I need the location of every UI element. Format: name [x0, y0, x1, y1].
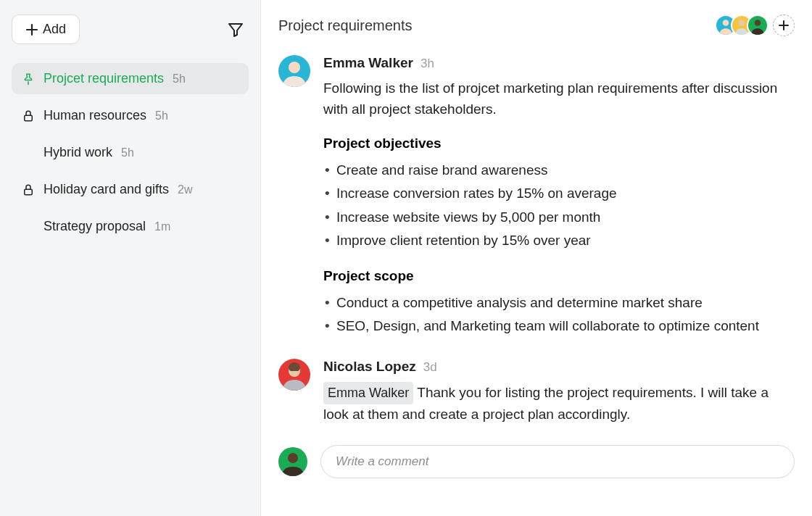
sidebar: Add Projcet requirements 5h Human resour…: [0, 0, 261, 516]
post-time: 3d: [423, 360, 437, 375]
page-title: Project requirements: [278, 17, 413, 34]
sidebar-item-label: Holiday card and gifts: [44, 182, 169, 197]
comment-row: [278, 445, 795, 478]
add-button-label: Add: [43, 22, 66, 37]
comment-input-wrap[interactable]: [320, 445, 795, 478]
post-list: Conduct a competitive analysis and deter…: [323, 291, 795, 338]
sidebar-item-label: Human resources: [44, 108, 146, 123]
sidebar-item-strategy-proposal[interactable]: Strategy proposal 1m: [12, 211, 249, 242]
content-scroll: Emma Walker 3h Following is the list of …: [278, 55, 795, 502]
sidebar-item-human-resources[interactable]: Human resources 5h: [12, 100, 249, 131]
svg-point-6: [755, 20, 761, 26]
post-body: Nicolas Lopez 3d Emma Walker Thank you f…: [323, 359, 795, 425]
post-text: Following is the list of projcet marketi…: [323, 78, 795, 120]
list-item: Improve client retention by 15% over yea…: [336, 229, 795, 252]
sidebar-item-time: 2w: [178, 183, 192, 196]
page-header: Project requirements: [278, 14, 795, 36]
avatar-stack: [715, 14, 768, 36]
svg-point-5: [739, 20, 745, 26]
svg-point-11: [288, 453, 298, 463]
sidebar-item-holiday-card[interactable]: Holiday card and gifts 2w: [12, 174, 249, 205]
avatar[interactable]: [278, 447, 307, 476]
post-author: Emma Walker: [323, 55, 413, 71]
sidebar-item-project-requirements[interactable]: Projcet requirements 5h: [12, 63, 249, 94]
mention[interactable]: Emma Walker: [323, 382, 413, 404]
avatar[interactable]: [747, 14, 768, 36]
list-item: Conduct a competitive analysis and deter…: [336, 291, 795, 315]
svg-point-9: [289, 62, 300, 73]
post-author: Nicolas Lopez: [323, 359, 416, 375]
post-body: Emma Walker 3h Following is the list of …: [323, 55, 795, 338]
participants-row: [715, 14, 795, 36]
pin-icon: [22, 72, 36, 86]
section-heading: Project scope: [323, 268, 795, 284]
sidebar-item-label: Hybrid work: [44, 145, 112, 160]
sidebar-item-time: 5h: [121, 146, 134, 159]
section-heading: Project objectives: [323, 136, 795, 151]
list-item: Increase conversion rates by 15% on aver…: [336, 182, 795, 205]
list-item: Increase website views by 5,000 per mont…: [336, 206, 795, 229]
sidebar-item-hybrid-work[interactable]: Hybrid work 5h: [12, 137, 249, 168]
comment-input[interactable]: [336, 454, 779, 469]
sidebar-item-time: 5h: [155, 109, 168, 122]
lock-icon: [22, 109, 36, 122]
sidebar-top-row: Add: [12, 14, 249, 44]
sidebar-item-label: Strategy proposal: [44, 219, 146, 234]
main-content: Project requirements: [261, 0, 812, 516]
sidebar-list: Projcet requirements 5h Human resources …: [12, 63, 249, 242]
post: Nicolas Lopez 3d Emma Walker Thank you f…: [278, 359, 795, 425]
plus-icon: [25, 23, 38, 36]
post-list: Create and raise brand awareness Increas…: [323, 159, 795, 252]
sidebar-item-time: 5h: [173, 72, 186, 86]
post-time: 3h: [420, 57, 434, 71]
sidebar-item-label: Projcet requirements: [44, 71, 164, 86]
list-item: Create and raise brand awareness: [336, 159, 795, 182]
post-header: Nicolas Lopez 3d: [323, 359, 795, 375]
svg-rect-3: [25, 189, 33, 195]
list-item: SEO, Design, and Marketing team will col…: [336, 315, 795, 338]
sidebar-item-time: 1m: [154, 220, 170, 233]
filter-icon[interactable]: [223, 17, 249, 43]
post-header: Emma Walker 3h: [323, 55, 795, 71]
avatar[interactable]: [278, 359, 310, 391]
post: Emma Walker 3h Following is the list of …: [278, 55, 795, 338]
svg-rect-2: [25, 115, 33, 121]
add-participant-button[interactable]: [773, 14, 795, 36]
post-text: Emma Walker Thank you for listing the pr…: [323, 382, 795, 425]
add-button[interactable]: Add: [12, 14, 80, 44]
avatar[interactable]: [278, 55, 310, 87]
svg-point-4: [723, 20, 729, 26]
lock-icon: [22, 183, 36, 196]
